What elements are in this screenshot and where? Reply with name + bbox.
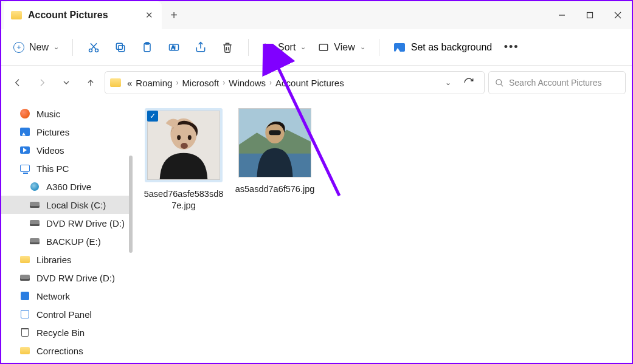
up-button[interactable] — [80, 72, 101, 93]
breadcrumb-item[interactable]: Windows — [229, 78, 266, 88]
sidebar-item-a360[interactable]: A360 Drive — [1, 177, 133, 196]
search-box[interactable] — [488, 71, 626, 94]
refresh-button[interactable] — [458, 77, 479, 88]
sidebar-item-network[interactable]: Network — [1, 287, 133, 305]
new-button[interactable]: + New ⌄ — [7, 36, 65, 59]
videos-icon — [20, 146, 30, 154]
drive-icon — [30, 238, 40, 244]
drive-icon — [30, 202, 40, 208]
selected-check-icon[interactable]: ✓ — [147, 111, 158, 122]
sidebar-item-label: A360 Drive — [46, 182, 91, 192]
sidebar-item-label: BACKUP (E:) — [46, 236, 101, 247]
body: Music Pictures Videos This PC A360 Drive… — [1, 100, 632, 363]
chevron-right-icon: › — [223, 78, 225, 87]
file-item[interactable]: as5asdd7a6f576.jpg — [235, 108, 315, 195]
file-thumbnail — [238, 108, 311, 177]
svg-point-19 — [496, 79, 502, 84]
sidebar-item-control-panel[interactable]: Control Panel — [1, 305, 133, 323]
navigation-pane[interactable]: Music Pictures Videos This PC A360 Drive… — [1, 100, 133, 363]
svg-point-24 — [188, 135, 192, 140]
svg-rect-18 — [320, 44, 328, 50]
sidebar-item-this-pc[interactable]: This PC — [1, 159, 133, 177]
sidebar-item-dvd[interactable]: DVD RW Drive (D:) — [1, 214, 133, 232]
view-icon — [318, 42, 329, 53]
window-controls — [548, 3, 632, 27]
pictures-icon — [20, 128, 30, 136]
new-tab-button[interactable]: + — [162, 9, 186, 22]
network-icon — [21, 292, 29, 300]
sidebar-item-label: Pictures — [36, 127, 69, 137]
copy-button[interactable] — [107, 36, 134, 59]
breadcrumb-item[interactable]: Microsoft — [182, 78, 219, 88]
delete-button[interactable] — [214, 36, 241, 59]
sidebar-item-backup[interactable]: BACKUP (E:) — [1, 232, 133, 250]
address-row: « Roaming › Microsoft › Windows › Accoun… — [1, 66, 632, 100]
recycle-bin-icon — [21, 328, 29, 337]
view-button[interactable]: View ⌄ — [312, 36, 371, 59]
close-window-button[interactable] — [604, 3, 632, 27]
sidebar-item-local-disk[interactable]: Local Disk (C:) — [1, 196, 133, 214]
sidebar-item-videos[interactable]: Videos — [1, 141, 133, 159]
file-name: 5ased76asfe583sd87e.jpg — [144, 188, 224, 211]
breadcrumb-item[interactable]: Roaming — [136, 78, 172, 88]
sidebar-item-label: Music — [36, 109, 60, 119]
sidebar-item-recycle-bin[interactable]: Recycle Bin — [1, 323, 133, 342]
file-item[interactable]: ✓ 5ased76asfe583sd87e.jpg — [144, 108, 224, 211]
folder-icon — [20, 256, 30, 263]
separator — [72, 39, 73, 56]
maximize-button[interactable] — [576, 3, 604, 27]
svg-rect-1 — [587, 13, 593, 18]
share-button[interactable] — [187, 36, 214, 59]
sidebar-item-dvd-2[interactable]: DVD RW Drive (D:) — [1, 269, 133, 287]
svg-rect-8 — [119, 45, 125, 51]
set-background-button[interactable]: Set as background — [387, 36, 499, 59]
sidebar-item-label: This PC — [36, 163, 69, 174]
svg-line-7 — [91, 43, 95, 49]
cut-button[interactable] — [80, 36, 107, 59]
breadcrumb-item[interactable]: Account Pictures — [275, 78, 344, 88]
sidebar-item-label: DVD RW Drive (D:) — [46, 218, 125, 228]
more-options-button[interactable]: ••• — [499, 41, 524, 53]
svg-point-5 — [95, 49, 99, 52]
forward-button[interactable] — [32, 72, 52, 93]
breadcrumb-overflow[interactable]: « — [127, 78, 132, 88]
pc-icon — [20, 165, 30, 172]
svg-point-23 — [177, 135, 181, 140]
paste-button[interactable] — [134, 36, 161, 59]
view-label: View — [334, 42, 355, 53]
chevron-down-icon: ⌄ — [360, 43, 365, 51]
search-input[interactable] — [509, 78, 619, 88]
address-bar[interactable]: « Roaming › Microsoft › Windows › Accoun… — [105, 71, 485, 94]
search-icon — [495, 78, 504, 88]
picture-icon — [394, 43, 405, 52]
sort-label: Sort — [278, 42, 296, 53]
svg-line-20 — [500, 84, 503, 86]
toolbar: + New ⌄ A Sort ⌄ View ⌄ Set as backgroun… — [1, 29, 632, 66]
close-tab-button[interactable]: ✕ — [145, 10, 153, 21]
minimize-button[interactable] — [548, 3, 576, 27]
sidebar-item-libraries[interactable]: Libraries — [1, 250, 133, 269]
address-dropdown-button[interactable]: ⌄ — [445, 78, 451, 87]
folder-icon — [11, 11, 22, 19]
music-icon — [20, 109, 30, 118]
scrollbar[interactable] — [129, 156, 133, 253]
rename-button[interactable]: A — [161, 36, 187, 59]
content-pane[interactable]: ✓ 5ased76asfe583sd87e.jpg — [133, 100, 632, 363]
sidebar-item-label: Network — [36, 291, 70, 301]
back-button[interactable] — [7, 72, 28, 93]
svg-rect-29 — [269, 130, 281, 135]
svg-point-25 — [181, 143, 188, 149]
title-bar: Account Pictures ✕ + — [1, 1, 632, 29]
recent-locations-button[interactable] — [56, 72, 77, 93]
separator — [248, 39, 249, 56]
sidebar-item-music[interactable]: Music — [1, 105, 133, 123]
control-panel-icon — [21, 310, 29, 318]
separator — [379, 39, 379, 56]
sidebar-item-pictures[interactable]: Pictures — [1, 123, 133, 141]
window-tab[interactable]: Account Pictures ✕ — [4, 1, 162, 29]
chevron-down-icon: ⌄ — [300, 43, 306, 51]
new-label: New — [29, 42, 49, 53]
sort-button[interactable]: Sort ⌄ — [256, 36, 312, 59]
plus-icon: + — [13, 42, 24, 53]
sidebar-item-corrections[interactable]: Corrections — [1, 342, 133, 360]
